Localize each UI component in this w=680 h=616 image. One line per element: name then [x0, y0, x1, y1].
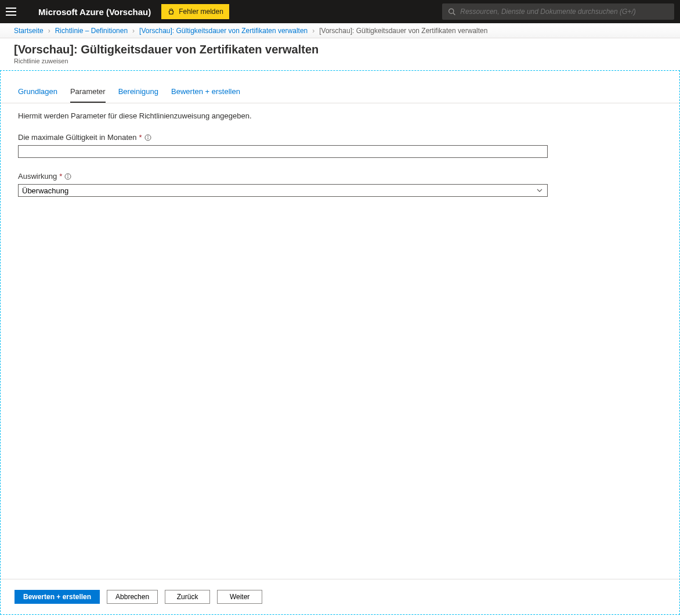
max-validity-input[interactable]: [18, 145, 548, 158]
footer-actions: Bewerten + erstellen Abbrechen Zurück We…: [1, 579, 679, 614]
field-max-validity: Die maximale Gültigkeit in Monaten *: [18, 133, 662, 158]
search-icon: [448, 8, 455, 16]
required-indicator: *: [139, 133, 142, 142]
breadcrumb-current: [Vorschau]: Gültigkeitsdauer von Zertifi…: [319, 27, 487, 35]
effect-select[interactable]: Überwachung: [18, 184, 548, 197]
report-error-label: Fehler melden: [179, 8, 223, 16]
svg-line-2: [453, 13, 455, 15]
field-effect: Auswirkung * Überwachung: [18, 172, 662, 197]
tabs: Grundlagen Parameter Bereinigung Bewerte…: [1, 71, 679, 103]
form-area: Hiermit werden Parameter für diese Richt…: [1, 103, 679, 579]
bug-icon: [167, 8, 175, 16]
next-button[interactable]: Weiter: [217, 590, 262, 604]
info-icon[interactable]: [64, 173, 71, 180]
max-validity-label: Die maximale Gültigkeit in Monaten *: [18, 133, 662, 142]
effect-label: Auswirkung *: [18, 172, 662, 181]
required-indicator: *: [59, 172, 62, 181]
chevron-right-icon: ›: [312, 27, 314, 35]
svg-point-5: [147, 136, 148, 136]
top-bar: Microsoft Azure (Vorschau) Fehler melden: [0, 0, 680, 23]
svg-point-8: [68, 175, 68, 175]
search-input[interactable]: [460, 8, 668, 16]
menu-icon[interactable]: [6, 8, 16, 16]
cancel-button[interactable]: Abbrechen: [107, 590, 158, 604]
tab-grundlagen[interactable]: Grundlagen: [18, 87, 57, 103]
page-title: [Vorschau]: Gültigkeitsdauer von Zertifi…: [14, 43, 666, 56]
effect-select-wrap: Überwachung: [18, 184, 548, 197]
breadcrumb-link-policy[interactable]: [Vorschau]: Gültigkeitsdauer von Zertifi…: [139, 27, 308, 35]
tab-bereinigung[interactable]: Bereinigung: [118, 87, 158, 103]
chevron-right-icon: ›: [132, 27, 135, 35]
form-intro: Hiermit werden Parameter für diese Richt…: [18, 111, 662, 120]
info-icon[interactable]: [144, 134, 151, 141]
tab-bewerten-erstellen[interactable]: Bewerten + erstellen: [171, 87, 240, 103]
page-subtitle: Richtlinie zuweisen: [14, 57, 666, 64]
back-button[interactable]: Zurück: [165, 590, 210, 604]
tab-parameter[interactable]: Parameter: [70, 87, 106, 103]
chevron-right-icon: ›: [48, 27, 50, 35]
content-frame: Grundlagen Parameter Bereinigung Bewerte…: [0, 70, 680, 615]
breadcrumb-link-definitions[interactable]: Richtlinie – Definitionen: [55, 27, 128, 35]
brand-title: Microsoft Azure (Vorschau): [38, 7, 151, 17]
page-header: [Vorschau]: Gültigkeitsdauer von Zertifi…: [0, 38, 680, 70]
svg-point-1: [449, 9, 454, 13]
review-create-button[interactable]: Bewerten + erstellen: [15, 590, 100, 604]
breadcrumb-link-home[interactable]: Startseite: [14, 27, 44, 35]
breadcrumb: Startseite › Richtlinie – Definitionen ›…: [0, 23, 680, 38]
global-search[interactable]: [442, 3, 674, 20]
report-error-button[interactable]: Fehler melden: [161, 4, 229, 19]
